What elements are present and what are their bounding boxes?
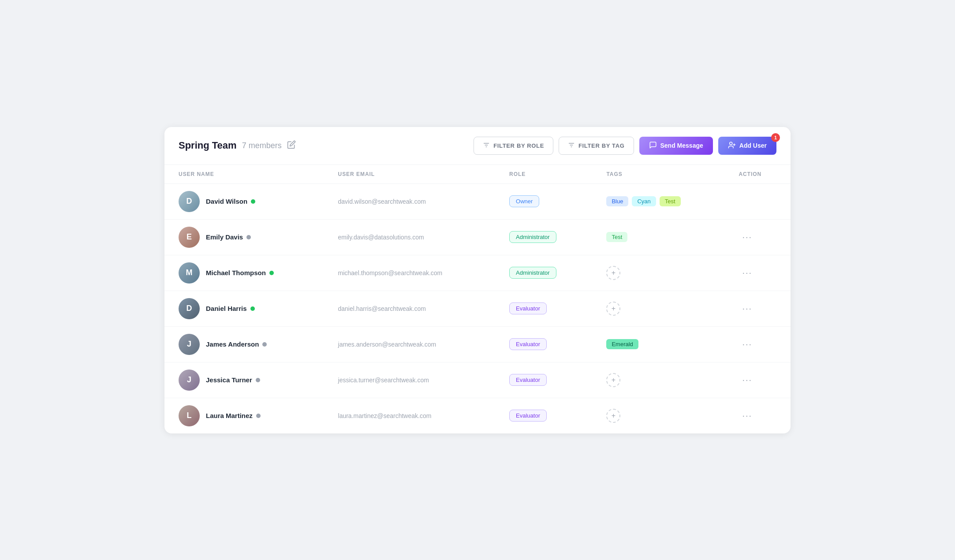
user-name: James Anderson (206, 340, 259, 348)
user-role-cell: Evaluator (495, 398, 592, 433)
filter-role-icon (483, 142, 490, 150)
user-tags-cell: + (592, 362, 724, 398)
col-tags: TAGS (592, 165, 724, 184)
row-action-menu-button[interactable]: ··· (739, 373, 756, 387)
user-tags-cell: + (592, 398, 724, 433)
user-role-cell: Evaluator (495, 362, 592, 398)
status-indicator (256, 378, 260, 382)
row-action-menu-button[interactable]: ··· (739, 230, 756, 244)
team-members-card: Spring Team 7 members FILTER BY ROLE (164, 127, 791, 433)
user-action-cell: ··· (724, 326, 791, 362)
member-count: 7 members (242, 141, 282, 150)
table-row: L Laura Martinez laura.martinez@searchtw… (164, 398, 791, 433)
add-tag-button[interactable]: + (606, 266, 620, 280)
role-badge: Owner (509, 195, 539, 207)
status-indicator (250, 306, 255, 311)
user-tags-cell: BlueCyanTest (592, 183, 724, 219)
filter-by-role-button[interactable]: FILTER BY ROLE (474, 137, 553, 155)
role-badge: Evaluator (509, 302, 547, 314)
header-left: Spring Team 7 members (179, 140, 296, 151)
user-email: emily.davis@datasolutions.com (338, 234, 424, 241)
send-message-label: Send Message (660, 142, 703, 149)
col-role: ROLE (495, 165, 592, 184)
user-name-cell: M Michael Thompson (164, 255, 324, 291)
user-name: Laura Martinez (206, 412, 253, 419)
status-indicator (262, 342, 267, 347)
filter-by-tag-button[interactable]: FILTER BY TAG (559, 137, 634, 155)
table-header-row: USER NAME USER EMAIL ROLE TAGS ACTION (164, 165, 791, 184)
tags-container: + (606, 409, 710, 423)
row-action-menu-button[interactable]: ··· (739, 409, 756, 422)
avatar: D (179, 298, 200, 319)
add-user-label: Add User (739, 142, 767, 149)
user-role-cell: Administrator (495, 219, 592, 255)
table-row: E Emily Davis emily.davis@datasolutions.… (164, 219, 791, 255)
user-name-cell: J James Anderson (164, 326, 324, 362)
team-title: Spring Team (179, 140, 237, 151)
col-action: ACTION (724, 165, 791, 184)
role-badge: Administrator (509, 231, 556, 243)
add-tag-button[interactable]: + (606, 302, 620, 316)
user-email-cell: james.anderson@searchtweak.com (324, 326, 496, 362)
col-email: USER EMAIL (324, 165, 496, 184)
user-name: Emily Davis (206, 233, 243, 241)
edit-team-icon[interactable] (287, 140, 296, 151)
user-action-cell: ··· (724, 398, 791, 433)
user-name-cell: D David Wilson (164, 183, 324, 219)
user-email: david.wilson@searchtweak.com (338, 198, 426, 205)
user-tags-cell: + (592, 255, 724, 291)
table-row: J Jessica Turner jessica.turner@searchtw… (164, 362, 791, 398)
table-row: J James Anderson james.anderson@searchtw… (164, 326, 791, 362)
user-action-cell: ··· (724, 362, 791, 398)
user-email-cell: emily.davis@datasolutions.com (324, 219, 496, 255)
svg-point-6 (730, 142, 732, 145)
user-tags-cell: Emerald (592, 326, 724, 362)
user-name-cell: E Emily Davis (164, 219, 324, 255)
table-row: D David Wilson david.wilson@searchtweak.… (164, 183, 791, 219)
role-badge: Evaluator (509, 338, 547, 350)
row-action-menu-button[interactable]: ··· (739, 302, 756, 315)
add-tag-button[interactable]: + (606, 409, 620, 423)
filter-role-label: FILTER BY ROLE (493, 142, 544, 149)
tags-container: Test (606, 232, 710, 242)
user-email: jessica.turner@searchtweak.com (338, 377, 429, 384)
user-role-cell: Owner (495, 183, 592, 219)
tag-label: Emerald (606, 339, 638, 349)
role-badge: Administrator (509, 267, 556, 279)
status-indicator (269, 271, 274, 275)
user-email-cell: david.wilson@searchtweak.com (324, 183, 496, 219)
row-action-menu-button[interactable]: ··· (739, 266, 756, 280)
table-row: M Michael Thompson michael.thompson@sear… (164, 255, 791, 291)
tags-container: BlueCyanTest (606, 196, 710, 206)
user-name-cell: D Daniel Harris (164, 291, 324, 326)
user-role-cell: Evaluator (495, 326, 592, 362)
send-message-icon (649, 141, 657, 150)
user-name: Jessica Turner (206, 376, 252, 384)
status-indicator (256, 414, 261, 418)
user-role-cell: Administrator (495, 255, 592, 291)
tags-container: + (606, 373, 710, 387)
header-right: FILTER BY ROLE FILTER BY TAG Send Messag… (474, 137, 776, 155)
user-email-cell: laura.martinez@searchtweak.com (324, 398, 496, 433)
avatar: D (179, 191, 200, 212)
tags-container: + (606, 302, 710, 316)
user-action-cell: ··· (724, 219, 791, 255)
user-name: Daniel Harris (206, 305, 247, 312)
members-table: USER NAME USER EMAIL ROLE TAGS ACTION D … (164, 165, 791, 433)
user-name: David Wilson (206, 198, 247, 205)
role-badge: Evaluator (509, 410, 547, 422)
user-email-cell: michael.thompson@searchtweak.com (324, 255, 496, 291)
user-email: laura.martinez@searchtweak.com (338, 412, 432, 419)
row-action-menu-button[interactable]: ··· (739, 337, 756, 351)
user-email: james.anderson@searchtweak.com (338, 341, 436, 348)
user-email-cell: jessica.turner@searchtweak.com (324, 362, 496, 398)
send-message-button[interactable]: Send Message (639, 137, 713, 155)
col-username: USER NAME (164, 165, 324, 184)
user-email: daniel.harris@searchtweak.com (338, 305, 426, 312)
tags-container: Emerald (606, 339, 710, 349)
user-name-cell: L Laura Martinez (164, 398, 324, 433)
avatar: L (179, 405, 200, 426)
add-user-button[interactable]: Add User 1 (718, 137, 776, 155)
add-tag-button[interactable]: + (606, 373, 620, 387)
user-email: michael.thompson@searchtweak.com (338, 269, 443, 276)
